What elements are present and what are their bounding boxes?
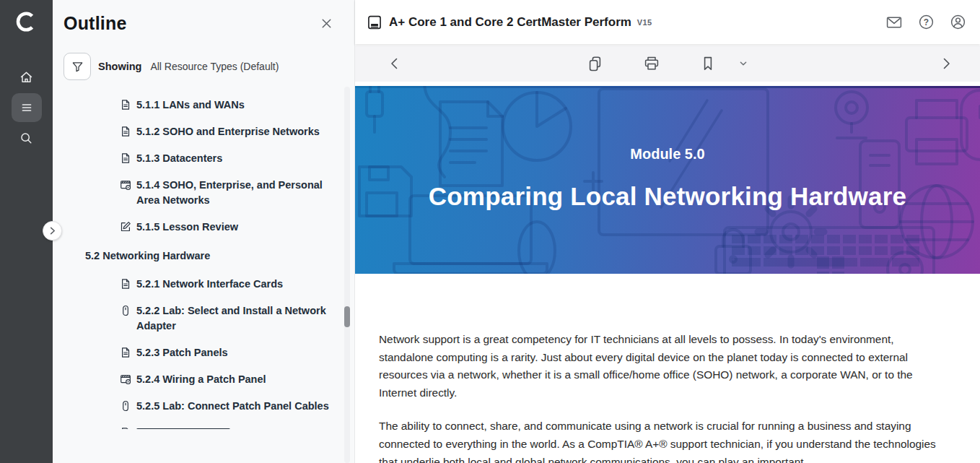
outline-item-label: 5.1.4 SOHO, Enterprise, and Personal Are… xyxy=(136,178,333,208)
outline-item-label: 5.1.1 LANs and WANs xyxy=(136,98,245,113)
chevron-right-icon xyxy=(48,227,56,235)
close-icon xyxy=(319,16,334,31)
course-book-icon xyxy=(367,14,382,30)
toolbar xyxy=(355,46,980,82)
home-icon xyxy=(19,70,34,85)
filter-button[interactable] xyxy=(64,53,91,80)
outline-item-label: 5.1.3 Datacenters xyxy=(136,151,222,166)
course-header: A+ Core 1 and Core 2 CertMaster Perform … xyxy=(355,0,980,44)
outline-item[interactable]: 5.1.1 LANs and WANs xyxy=(120,98,333,113)
lesson-paragraph: Network support is a great competency fo… xyxy=(379,331,949,402)
outline-item-label: 5.2.2 Lab: Select and Install a Network … xyxy=(136,303,333,334)
outline-title: Outline xyxy=(64,13,127,34)
document-icon xyxy=(120,126,131,137)
video-icon xyxy=(120,373,131,385)
outline-item-label: 5.2.5 Lab: Connect Patch Panel Cables xyxy=(136,399,329,414)
outline-item[interactable]: 5.1.5 Lesson Review xyxy=(120,220,333,235)
print-button[interactable] xyxy=(640,52,663,75)
video-icon xyxy=(120,179,131,191)
outline-item[interactable]: 5.2.2 Lab: Select and Install a Network … xyxy=(120,303,333,334)
bookmark-icon xyxy=(700,56,716,72)
outline-item[interactable]: 5.2.3 Patch Panels xyxy=(120,345,333,360)
bookmark-button[interactable] xyxy=(697,53,719,74)
outline-item-label: 5.2.4 Wiring a Patch Panel xyxy=(136,372,266,387)
outline-section[interactable]: 5.2 Networking Hardware xyxy=(85,248,333,264)
copy-button[interactable] xyxy=(584,53,606,75)
outline-item-label: 5.1.2 SOHO and Enterprise Networks xyxy=(136,124,320,139)
outline-menu-button[interactable] xyxy=(12,93,42,122)
chevron-right-icon xyxy=(940,56,953,71)
outline-item-label: 5.2.1 Network Interface Cards xyxy=(136,277,283,292)
outline-list: 5.1.1 LANs and WANs 5.1.2 SOHO and Enter… xyxy=(53,98,354,429)
outline-item-label xyxy=(136,428,230,429)
outline-item[interactable]: 5.1.4 SOHO, Enterprise, and Personal Are… xyxy=(120,178,333,208)
lab-icon xyxy=(120,305,131,316)
module-banner: Module 5.0 Comparing Local Networking Ha… xyxy=(355,86,980,274)
search-icon xyxy=(19,131,34,146)
course-version: V15 xyxy=(637,18,652,27)
print-icon xyxy=(643,55,660,72)
lesson-content: Network support is a great competency fo… xyxy=(355,274,980,463)
document-icon xyxy=(120,278,131,290)
filter-label: Showing xyxy=(98,61,141,72)
outline-item[interactable]: 5.2.4 Wiring a Patch Panel xyxy=(120,372,333,387)
comptia-logo xyxy=(14,9,40,35)
mail-icon xyxy=(885,14,903,31)
chevron-left-icon xyxy=(388,56,401,71)
outline-item[interactable]: 5.1.2 SOHO and Enterprise Networks xyxy=(120,124,333,139)
outline-item-label: 5.1.5 Lesson Review xyxy=(136,220,238,235)
close-panel-button[interactable] xyxy=(316,13,337,34)
home-button[interactable] xyxy=(12,63,42,92)
outline-item-label: 5.2.3 Patch Panels xyxy=(136,345,228,360)
module-number: Module 5.0 xyxy=(355,146,980,163)
outline-item-partial[interactable] xyxy=(120,425,333,429)
account-icon xyxy=(950,14,966,30)
filter-icon xyxy=(71,61,84,73)
outline-item[interactable]: 5.2.1 Network Interface Cards xyxy=(120,277,333,292)
search-button[interactable] xyxy=(12,124,42,152)
messages-button[interactable] xyxy=(884,12,904,33)
lab-icon xyxy=(120,400,131,412)
menu-icon xyxy=(19,100,34,115)
filter-value: All Resource Types (Default) xyxy=(150,61,279,72)
main-content: A+ Core 1 and Core 2 CertMaster Perform … xyxy=(355,0,980,463)
outline-item[interactable]: 5.2.5 Lab: Connect Patch Panel Cables xyxy=(120,399,333,414)
document-icon xyxy=(120,152,131,164)
svg-text:?: ? xyxy=(924,17,929,27)
bookmark-menu-button[interactable] xyxy=(735,56,751,72)
course-title: A+ Core 1 and Core 2 CertMaster Perform xyxy=(389,15,631,30)
document-icon xyxy=(120,99,131,111)
outline-panel: Outline Showing All Resource Types (Defa… xyxy=(53,0,355,463)
outline-item[interactable]: 5.1.3 Datacenters xyxy=(120,151,333,166)
tech-pattern-decoration xyxy=(355,86,980,274)
filter-row: Showing All Resource Types (Default) xyxy=(64,53,337,80)
next-page-button[interactable] xyxy=(937,53,955,74)
document-icon xyxy=(120,427,131,429)
help-icon: ? xyxy=(918,14,935,30)
panel-scrollbar-thumb[interactable] xyxy=(344,306,350,327)
outline-section-label: 5.2 Networking Hardware xyxy=(85,248,210,264)
edit-icon xyxy=(120,221,131,233)
caret-down-icon xyxy=(738,59,748,69)
expand-panel-button[interactable] xyxy=(43,221,62,241)
account-button[interactable] xyxy=(948,12,968,32)
panel-scrollbar-track[interactable] xyxy=(344,87,350,463)
module-title: Comparing Local Networking Hardware xyxy=(355,182,980,211)
help-button[interactable]: ? xyxy=(916,12,936,32)
copy-icon xyxy=(587,56,603,72)
previous-page-button[interactable] xyxy=(385,53,404,74)
document-icon xyxy=(120,347,131,358)
lesson-paragraph: The ability to connect, share, and commu… xyxy=(379,417,949,463)
